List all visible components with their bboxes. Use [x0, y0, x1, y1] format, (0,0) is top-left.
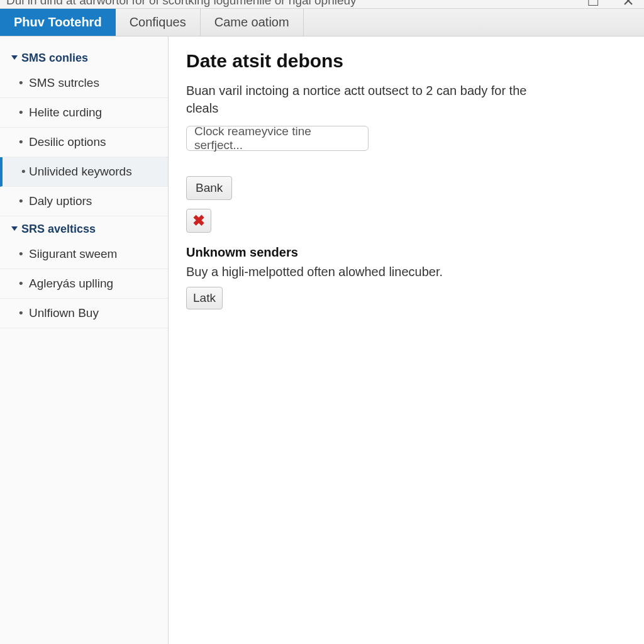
button-label: Latk [193, 291, 216, 305]
tab-came-oatiom[interactable]: Came oatiom [201, 9, 304, 36]
x-icon: ✖ [192, 212, 205, 230]
sidebar-group-sms-conlies[interactable]: SMS conlies [0, 45, 168, 69]
maximize-icon[interactable]: □ [584, 0, 602, 8]
tab-label: Phuv Tootehrd [14, 15, 102, 30]
clock-service-input[interactable]: Clock reameyvice tine serfject... [186, 126, 369, 151]
window-title: Dui in dind at adrwortol for of scortkin… [6, 0, 584, 8]
chevron-down-icon [11, 226, 18, 231]
sidebar: SMS conlies SMS sutrcles Helite curding … [0, 36, 169, 644]
window-controls: □ × [584, 0, 638, 8]
sidebar-item-agleryas-uplling[interactable]: Agleryás uplling [0, 269, 168, 299]
unknown-senders-heading: Unknowm senders [186, 245, 626, 260]
sidebar-item-siigurant-sweem[interactable]: Siigurant sweem [0, 240, 168, 269]
tab-confiques[interactable]: Confiques [116, 9, 201, 36]
tab-phuv-tootehrd[interactable]: Phuv Tootehrd [0, 9, 116, 36]
sidebar-group-label: SMS conlies [21, 52, 88, 65]
sidebar-item-label: Unlfiown Buy [29, 306, 99, 320]
sidebar-item-label: Unlivided keywords [29, 165, 132, 179]
page-description: Buan varil inctoing a nortice actt outse… [186, 82, 538, 117]
close-icon[interactable]: × [619, 0, 638, 8]
main-panel: Date atsit debons Buan varil inctoing a … [169, 36, 644, 644]
tab-label: Confiques [130, 15, 186, 30]
titlebar: Dui in dind at adrwortol for of scortkin… [0, 0, 644, 9]
sidebar-item-label: Helite curding [29, 106, 102, 119]
sidebar-item-unlfiown-buy[interactable]: Unlfiown Buy [0, 299, 168, 328]
sidebar-group-srs-avelticss[interactable]: SRS avelticss [0, 216, 168, 240]
sidebar-group-label: SRS avelticss [21, 223, 96, 236]
sidebar-item-label: Daly uptiors [29, 194, 92, 208]
unknown-senders-desc: Buy a higli-melpotted often alowhed line… [186, 265, 626, 279]
sidebar-item-label: Agleryás uplling [29, 277, 113, 291]
sidebar-item-label: SMS sutrcles [29, 76, 99, 90]
latk-button[interactable]: Latk [186, 287, 223, 309]
sidebar-item-label: Desilic options [29, 135, 106, 149]
sidebar-item-helite-curding[interactable]: Helite curding [0, 98, 168, 128]
sidebar-item-desilic-options[interactable]: Desilic options [0, 128, 168, 157]
bank-button[interactable]: Bank [186, 176, 232, 200]
sidebar-item-daly-uptiors[interactable]: Daly uptiors [0, 187, 168, 216]
button-label: Bank [196, 181, 223, 195]
sidebar-item-sms-sutrcles[interactable]: SMS sutrcles [0, 69, 168, 98]
page-title: Date atsit debons [186, 50, 626, 72]
sidebar-item-unlivided-keywords[interactable]: Unlivided keywords [0, 157, 168, 187]
chevron-down-icon [11, 55, 18, 60]
tab-bar: Phuv Tootehrd Confiques Came oatiom [0, 9, 644, 36]
input-value: Clock reameyvice tine serfject... [194, 125, 360, 152]
remove-button[interactable]: ✖ [186, 209, 211, 233]
tab-label: Came oatiom [214, 15, 289, 30]
sidebar-item-label: Siigurant sweem [29, 247, 117, 261]
